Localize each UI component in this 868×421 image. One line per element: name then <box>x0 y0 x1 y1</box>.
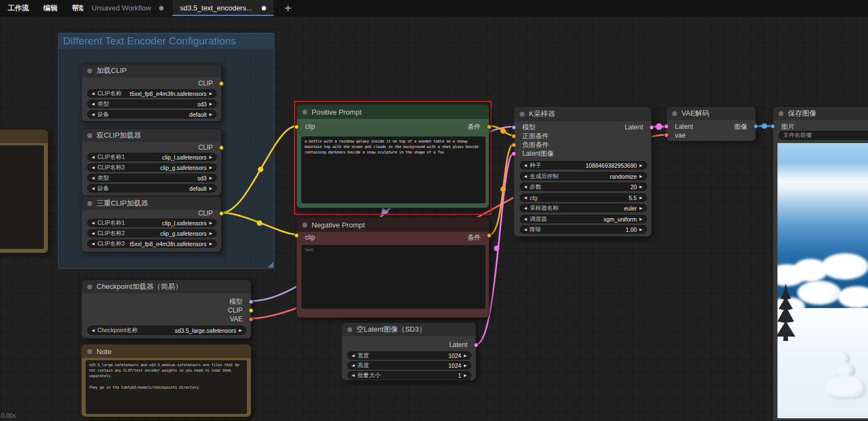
decrement-icon[interactable]: ◀ <box>524 196 527 200</box>
latent-output-port[interactable] <box>474 343 478 348</box>
increment-icon[interactable]: ▶ <box>640 206 642 210</box>
widget-clip-name2[interactable]: ◀ CLIP名称2 clip_g.safetensors ▶ <box>87 229 217 237</box>
decrement-icon[interactable]: ◀ <box>92 112 94 116</box>
widget-clip-name2[interactable]: ◀ CLIP名称2 clip_g.safetensors ▶ <box>87 163 217 172</box>
widget-clip-name1[interactable]: ◀ CLIP名称1 clip_l.safetensors ▶ <box>87 153 217 161</box>
clip-input-port[interactable] <box>294 233 299 238</box>
increment-icon[interactable]: ▶ <box>640 163 642 167</box>
node-note-left[interactable]: nt text encoder can see how to load se f… <box>0 129 48 253</box>
widget-device[interactable]: ◀ 设备 default ▶ <box>87 110 217 118</box>
latent-input-port[interactable] <box>511 151 516 156</box>
collapse-dot-icon[interactable] <box>302 110 307 115</box>
positive-cond-input-port[interactable] <box>511 134 516 139</box>
node-ksampler[interactable]: K采样器 模型 正面条件 负面条件 Latent图像 Latent ◀ 种子 1… <box>514 106 652 237</box>
tab-unsaved-workflow[interactable]: Unsaved Workflow <box>83 0 171 16</box>
increment-icon[interactable]: ▶ <box>640 174 642 178</box>
collapse-dot-icon[interactable] <box>520 112 525 117</box>
decrement-icon[interactable]: ◀ <box>524 217 527 221</box>
widget-filename-prefix[interactable]: 文件名前缀 <box>779 131 868 140</box>
node-header[interactable]: 加载CLIP <box>82 64 221 77</box>
clip-input-port[interactable] <box>294 124 299 129</box>
decrement-icon[interactable]: ◀ <box>524 174 527 178</box>
latent-input-port[interactable] <box>664 124 669 129</box>
decrement-icon[interactable]: ◀ <box>524 206 527 210</box>
node-empty-latent[interactable]: 空Latent图像（SD3） Latent ◀ 宽度 1024 ▶ ◀ 高度 1… <box>341 322 476 380</box>
decrement-icon[interactable]: ◀ <box>524 163 527 167</box>
widget-sampler-name[interactable]: ◀ 采样器名称 euler ▶ <box>520 204 647 212</box>
increment-icon[interactable]: ▶ <box>640 217 642 221</box>
increment-icon[interactable]: ▶ <box>210 231 212 235</box>
widget-batch-size[interactable]: ◀ 批量大小 1 ▶ <box>347 371 471 379</box>
node-save-image[interactable]: 保存图像 图片 文件名前缀 <box>773 106 868 421</box>
decrement-icon[interactable]: ◀ <box>524 227 527 231</box>
widget-clip-name1[interactable]: ◀ CLIP名称1 clip_l.safetensors ▶ <box>87 219 217 227</box>
decrement-icon[interactable]: ◀ <box>524 185 527 189</box>
increment-icon[interactable]: ▶ <box>210 176 212 180</box>
node-checkpoint-loader[interactable]: Checkpoint加载器（简易） 模型 CLIP VAE ◀ Checkpoi… <box>81 280 251 339</box>
node-header[interactable]: Note <box>82 345 251 358</box>
widget-scheduler[interactable]: ◀ 调度器 sgm_uniform ▶ <box>520 215 647 223</box>
node-clip-loader[interactable]: 加载CLIP CLIP ◀ CLIP名称 t5xxl_fp8_e4m3fn.sa… <box>81 64 222 122</box>
decrement-icon[interactable]: ◀ <box>92 155 94 159</box>
widget-height[interactable]: ◀ 高度 1024 ▶ <box>347 361 471 369</box>
increment-icon[interactable]: ▶ <box>210 92 212 95</box>
widget-clip-name3[interactable]: ◀ CLIP名称3 t5xxl_fp8_e4m3fn.safetensors ▶ <box>87 240 217 248</box>
decrement-icon[interactable]: ◀ <box>92 242 94 246</box>
decrement-icon[interactable]: ◀ <box>92 231 94 235</box>
increment-icon[interactable]: ▶ <box>210 186 212 190</box>
new-workflow-button[interactable]: + <box>279 0 297 16</box>
node-header[interactable]: 双CLIP加载器 <box>82 129 221 142</box>
node-header[interactable] <box>0 130 48 143</box>
node-header[interactable]: K采样器 <box>514 107 651 121</box>
clip-output-port[interactable] <box>219 81 224 86</box>
node-triple-clip-loader[interactable]: 三重CLIP加载器 CLIP ◀ CLIP名称1 clip_l.safetens… <box>81 196 222 252</box>
decrement-icon[interactable]: ◀ <box>352 363 354 367</box>
node-dual-clip-loader[interactable]: 双CLIP加载器 CLIP ◀ CLIP名称1 clip_l.safetenso… <box>81 128 222 196</box>
increment-icon[interactable]: ▶ <box>210 155 212 159</box>
node-header[interactable]: 保存图像 <box>773 107 868 120</box>
node-header[interactable]: VAE解码 <box>667 107 756 120</box>
decrement-icon[interactable]: ◀ <box>92 328 94 332</box>
decrement-icon[interactable]: ◀ <box>92 92 94 95</box>
image-input-port[interactable] <box>770 124 775 129</box>
note-text[interactable]: sd3.5_large.safetensors and sd3.5_medium… <box>86 360 247 414</box>
node-header[interactable]: Positive Prompt <box>297 105 489 119</box>
collapse-dot-icon[interactable] <box>302 223 307 227</box>
tab-sd35-text-encoders[interactable]: sd3.5_text_encoders... <box>172 0 274 16</box>
widget-device[interactable]: ◀ 设备 default ▶ <box>87 184 217 192</box>
model-output-port[interactable] <box>249 299 253 304</box>
decrement-icon[interactable]: ◀ <box>352 373 354 377</box>
collapse-dot-icon[interactable] <box>779 111 784 116</box>
increment-icon[interactable]: ▶ <box>464 373 467 377</box>
decrement-icon[interactable]: ◀ <box>92 166 94 169</box>
widget-type[interactable]: ◀ 类型 sd3 ▶ <box>87 100 217 108</box>
widget-type[interactable]: ◀ 类型 sd3 ▶ <box>87 174 217 182</box>
increment-icon[interactable]: ▶ <box>640 185 642 189</box>
decrement-icon[interactable]: ◀ <box>92 176 94 180</box>
widget-steps[interactable]: ◀ 步数 20 ▶ <box>520 183 647 191</box>
collapse-dot-icon[interactable] <box>87 349 92 354</box>
clip-output-port[interactable] <box>249 308 253 313</box>
collapse-dot-icon[interactable] <box>87 69 92 73</box>
collapse-dot-icon[interactable] <box>87 133 92 138</box>
collapse-dot-icon[interactable] <box>87 285 92 289</box>
node-vae-decode[interactable]: VAE解码 Latent vae 图像 <box>666 106 756 141</box>
note-text[interactable]: nt text encoder can see how to load se f… <box>0 145 44 249</box>
node-header[interactable]: Negative Prompt <box>297 218 489 232</box>
increment-icon[interactable]: ▶ <box>464 363 467 367</box>
widget-width[interactable]: ◀ 宽度 1024 ▶ <box>347 351 471 360</box>
increment-icon[interactable]: ▶ <box>210 112 212 116</box>
increment-icon[interactable]: ▶ <box>210 102 212 106</box>
conditioning-output-port[interactable] <box>487 124 492 129</box>
vae-input-port[interactable] <box>664 133 669 138</box>
widget-checkpoint-name[interactable]: ◀ Checkpoint名称 sd3.5_large.safetensors ▶ <box>87 326 246 335</box>
vae-output-port[interactable] <box>249 317 253 322</box>
conditioning-output-port[interactable] <box>487 233 492 238</box>
increment-icon[interactable]: ▶ <box>464 354 467 357</box>
node-header[interactable]: Checkpoint加载器（简易） <box>82 280 251 293</box>
increment-icon[interactable]: ▶ <box>210 166 212 169</box>
node-header[interactable]: 三重CLIP加载器 <box>82 197 221 210</box>
decrement-icon[interactable]: ◀ <box>92 102 94 106</box>
decrement-icon[interactable]: ◀ <box>92 221 94 225</box>
model-input-port[interactable] <box>511 125 516 130</box>
